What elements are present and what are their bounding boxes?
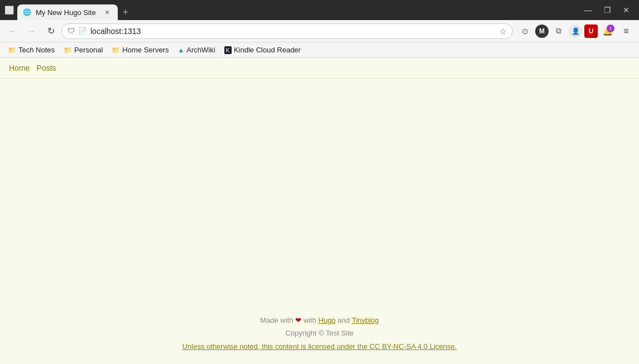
tinyblog-link[interactable]: Tinyblog <box>352 316 379 324</box>
tab-bar: 🌐 My New Hugo Site × + <box>17 0 576 20</box>
personal-label: Personal <box>74 46 103 54</box>
shield-icon: 🛡 <box>68 27 75 35</box>
url-text: localhost:1313 <box>90 27 496 36</box>
refresh-button[interactable]: ↻ <box>42 23 59 40</box>
ublock-button[interactable]: U <box>584 25 598 38</box>
main-area <box>0 79 639 303</box>
tab-close-button[interactable]: × <box>102 7 112 17</box>
extensions-area: ⊙ M ⧉ 👤 U 🔔 1 ≡ <box>517 23 635 40</box>
bookmark-personal[interactable]: 📁 Personal <box>60 45 106 55</box>
archwiki-label: ArchWiki <box>186 46 215 54</box>
bookmark-archwiki[interactable]: ▲ ArchWiki <box>174 45 218 55</box>
kindle-label: Kindle Cloud Reader <box>234 46 301 54</box>
page-content: Home Posts Made with ❤ with Hugo and Tin… <box>0 58 639 364</box>
notification-button[interactable]: 🔔 1 <box>600 23 616 39</box>
with-text: with <box>304 316 319 324</box>
maximize-button[interactable]: ❐ <box>599 2 616 18</box>
bookmark-star-icon[interactable]: ☆ <box>499 27 507 36</box>
home-servers-icon: 📁 <box>112 46 120 54</box>
home-servers-label: Home Servers <box>122 46 169 54</box>
title-bar-left: ⬜ <box>4 6 14 14</box>
nav-home-link[interactable]: Home <box>9 64 30 72</box>
active-tab[interactable]: 🌐 My New Hugo Site × <box>17 4 118 20</box>
tech-notes-icon: 📁 <box>8 46 16 54</box>
back-button[interactable]: ← <box>4 23 21 40</box>
bookmarks-bar: 📁 Tech Notes 📁 Personal 📁 Home Servers ▲… <box>0 42 639 58</box>
kindle-icon: K <box>224 46 232 54</box>
tech-notes-label: Tech Notes <box>18 46 55 54</box>
forward-button[interactable]: → <box>23 23 40 40</box>
nav-bar: ← → ↻ 🛡 📄 localhost:1313 ☆ ⊙ M ⧉ 👤 U 🔔 1… <box>0 20 639 42</box>
profile-circle-button[interactable]: 👤 <box>569 25 582 38</box>
archwiki-icon: ▲ <box>177 46 184 54</box>
site-footer: Made with ❤ with Hugo and Tinyblog Copyr… <box>0 303 639 364</box>
m-extension-button[interactable]: M <box>535 25 549 38</box>
window-icon: ⬜ <box>4 6 14 14</box>
personal-icon: 📁 <box>64 46 72 54</box>
new-tab-button[interactable]: + <box>118 4 133 20</box>
tab-favicon: 🌐 <box>23 8 31 16</box>
tab-title: My New Hugo Site <box>36 8 98 17</box>
browser-menu-button[interactable]: ≡ <box>618 23 635 40</box>
notification-badge: 1 <box>607 25 614 32</box>
close-window-button[interactable]: ✕ <box>618 2 635 18</box>
hugo-link[interactable]: Hugo <box>318 316 335 324</box>
bookmark-kindle[interactable]: K Kindle Cloud Reader <box>221 45 304 55</box>
pocket-extension-button[interactable]: ⊙ <box>517 23 533 39</box>
address-bar[interactable]: 🛡 📄 localhost:1313 ☆ <box>61 23 513 39</box>
footer-made-with: Made with ❤ with Hugo and Tinyblog <box>11 314 628 327</box>
and-text: and <box>338 316 352 324</box>
title-bar-controls: — ❐ ✕ <box>580 2 635 18</box>
heart-icon: ❤ <box>295 316 301 324</box>
license-link[interactable]: Unless otherwise noted, this content is … <box>182 342 457 351</box>
bookmark-tech-notes[interactable]: 📁 Tech Notes <box>4 45 58 55</box>
extensions-button[interactable]: ⧉ <box>551 23 566 39</box>
footer-copyright: Copyright © Test Site <box>11 327 628 339</box>
title-bar: ⬜ 🌐 My New Hugo Site × + — ❐ ✕ <box>0 0 639 20</box>
made-with-text: Made with <box>260 316 293 324</box>
nav-posts-link[interactable]: Posts <box>36 64 56 72</box>
footer-license: Unless otherwise noted, this content is … <box>11 340 628 353</box>
bookmark-home-servers[interactable]: 📁 Home Servers <box>108 45 172 55</box>
page-icon: 📄 <box>78 27 87 35</box>
minimize-button[interactable]: — <box>580 2 597 18</box>
site-nav: Home Posts <box>0 58 639 79</box>
